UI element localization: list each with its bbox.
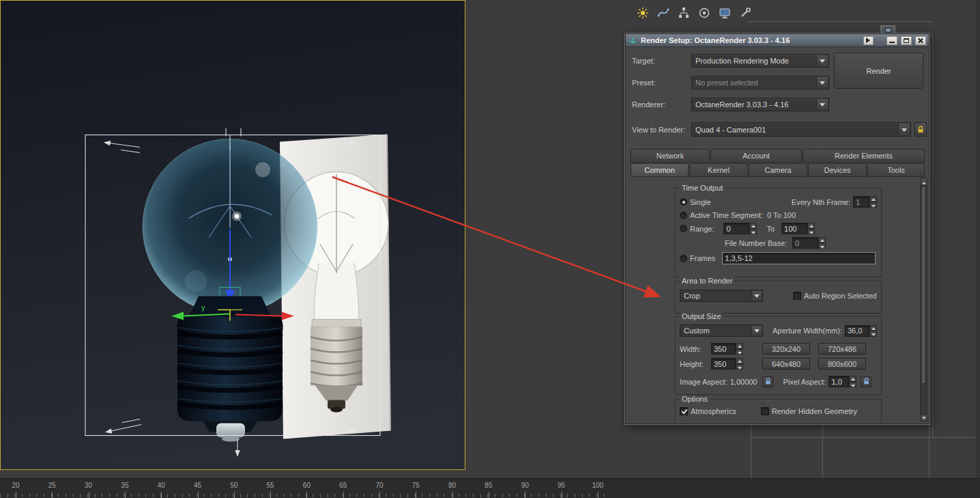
shapes-icon[interactable]	[654, 4, 672, 22]
tick-mark	[562, 492, 562, 498]
display-icon[interactable]	[715, 4, 734, 22]
aperture-width-spinner[interactable]	[869, 325, 877, 337]
renderer-dropdown[interactable]: OctaneRender 3.03.3 - 4.16	[691, 98, 829, 111]
target-dropdown[interactable]: Production Rendering Mode	[691, 54, 829, 68]
height-field[interactable]: 350	[711, 358, 736, 370]
auto-region-checkbox[interactable]	[793, 292, 801, 300]
tick-label: 55	[267, 482, 274, 489]
preset-dropdown[interactable]: No preset selected	[691, 76, 829, 89]
tick-label: 85	[485, 482, 492, 489]
width-spinner[interactable]	[736, 343, 743, 355]
render-hidden-geometry-checkbox[interactable]	[761, 407, 769, 415]
width-field[interactable]: 350	[711, 343, 736, 355]
renderer-value: OctaneRender 3.03.3 - 4.16	[695, 100, 788, 109]
render-button[interactable]: Render	[834, 53, 923, 89]
view-lock-button[interactable]	[914, 122, 927, 137]
utilities-icon[interactable]	[736, 4, 754, 22]
tab-network[interactable]: Network	[631, 149, 710, 163]
axis-label: y	[201, 303, 205, 312]
file-number-base-field[interactable]: 0	[792, 237, 818, 249]
group-title: Area to Render	[680, 277, 735, 285]
atmospherics-checkbox[interactable]	[680, 407, 688, 415]
frames-field[interactable]: 1,3,5-12	[722, 252, 876, 264]
tab-devices[interactable]: Devices	[808, 163, 867, 177]
preset-800x600-button[interactable]: 800x600	[818, 358, 866, 370]
image-aspect-lock-button[interactable]	[762, 376, 773, 387]
maximize-button[interactable]	[901, 36, 912, 45]
tab-camera[interactable]: Camera	[749, 163, 807, 177]
tick-mark	[452, 492, 453, 498]
tick-label: 80	[448, 482, 456, 489]
tick-label: 95	[558, 482, 565, 489]
tick-mark	[598, 492, 599, 498]
view-to-render-dropdown[interactable]: Quad 4 - Camera001	[691, 122, 911, 137]
scroll-down-icon[interactable]	[921, 414, 927, 421]
tab-kernel[interactable]: Kernel	[689, 163, 748, 177]
range-radio[interactable]	[680, 225, 687, 232]
pixel-aspect-spinner[interactable]	[849, 376, 856, 387]
command-panel-toolbar	[633, 4, 754, 22]
dialog-titlebar[interactable]: Render Setup: OctaneRender 3.03.3 - 4.16	[626, 34, 929, 47]
view-to-render-label: View to Render:	[632, 126, 685, 134]
space-warps-icon[interactable]	[695, 4, 713, 22]
file-number-base-spinner[interactable]	[818, 237, 826, 249]
aperture-width-field[interactable]: 36,0	[845, 325, 869, 337]
tick-mark	[306, 492, 307, 498]
area-to-render-group: Area to Render Crop Auto Region Selected	[675, 281, 882, 314]
range-from-field[interactable]: 0	[723, 223, 749, 234]
preset-640x480-button[interactable]: 640x480	[762, 358, 810, 370]
file-number-base-label: File Number Base:	[725, 239, 787, 247]
preset-320x240-button[interactable]: 320x240	[762, 343, 810, 355]
maximize-icon	[904, 38, 909, 43]
preset-value: No preset selected	[695, 79, 758, 87]
dialog-scrollbar[interactable]	[920, 178, 927, 421]
timeline-minor-ticks	[0, 494, 605, 497]
range-from-spinner[interactable]	[749, 223, 757, 234]
hierarchy-icon[interactable]	[674, 4, 693, 22]
area-mode-value: Crop	[684, 292, 700, 300]
camera-viewport[interactable]: y	[0, 0, 465, 470]
preset-720x486-button[interactable]: 720x486	[818, 343, 866, 355]
preset-label: Preset:	[632, 79, 656, 87]
scroll-up-icon[interactable]	[921, 178, 927, 185]
tick-mark	[16, 492, 16, 498]
height-spinner[interactable]	[736, 358, 743, 370]
close-button[interactable]	[915, 36, 926, 45]
pixel-aspect-label: Pixel Aspect:	[783, 378, 826, 386]
output-size-preset-dropdown[interactable]: Custom	[680, 324, 763, 337]
every-nth-frame-field[interactable]: 1	[853, 196, 869, 208]
scrollbar-thumb[interactable]	[921, 186, 926, 384]
atmospherics-label: Atmospherics	[691, 407, 736, 415]
group-title: Output Size	[680, 312, 723, 320]
tick-mark	[489, 492, 489, 498]
every-nth-spinner[interactable]	[869, 196, 877, 208]
auto-region-label: Auto Region Selected	[804, 292, 876, 300]
single-radio[interactable]	[680, 198, 687, 206]
lock-icon	[764, 378, 772, 385]
background-panel-edge	[749, 437, 980, 438]
rollup-button[interactable]	[863, 36, 874, 45]
chevron-down-icon	[898, 124, 910, 135]
range-to-spinner[interactable]	[807, 223, 815, 234]
tick-mark	[52, 492, 53, 498]
lights-icon[interactable]	[633, 4, 652, 22]
range-to-field[interactable]: 100	[781, 223, 807, 234]
time-output-group: Time Output Single Every Nth Frame: 1 Ac…	[675, 188, 882, 277]
image-aspect-label: Image Aspect:	[680, 378, 727, 386]
tab-row-secondary: Network Account Render Elements	[631, 149, 925, 163]
tab-tools[interactable]: Tools	[867, 163, 925, 177]
frames-radio[interactable]	[680, 255, 687, 262]
pixel-aspect-field[interactable]: 1,0	[828, 376, 849, 387]
tick-label: 40	[158, 482, 165, 489]
target-label: Target:	[632, 57, 655, 65]
pixel-aspect-lock-button[interactable]	[861, 376, 871, 387]
tab-account[interactable]: Account	[710, 149, 802, 163]
tick-mark	[343, 492, 344, 498]
area-to-render-dropdown[interactable]: Crop	[680, 290, 763, 302]
output-size-preset-value: Custom	[684, 327, 710, 335]
active-time-segment-radio[interactable]	[680, 212, 687, 219]
minimize-button[interactable]	[887, 36, 897, 45]
tab-common[interactable]: Common	[631, 163, 689, 177]
timeline-ruler[interactable]: 20253035404550556065707580859095100	[0, 478, 980, 498]
tab-render-elements[interactable]: Render Elements	[803, 149, 925, 163]
